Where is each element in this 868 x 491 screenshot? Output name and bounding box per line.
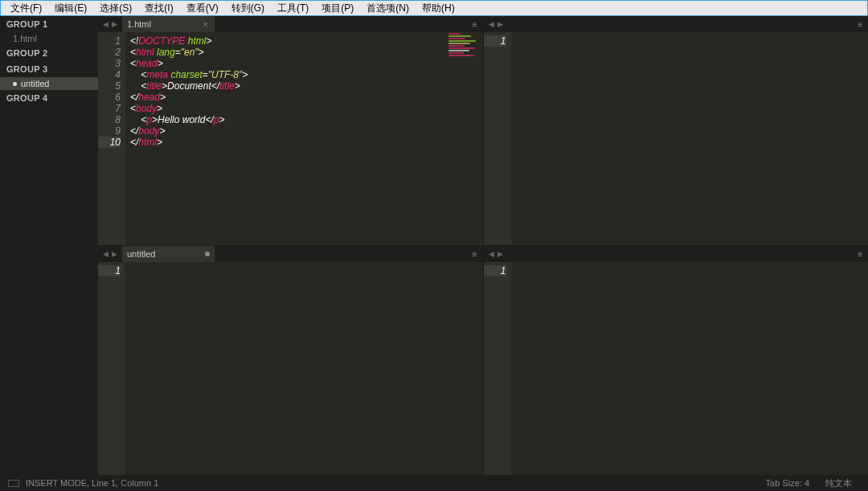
menu-item[interactable]: 编辑(E): [48, 1, 93, 16]
line-number: 6: [98, 92, 121, 103]
code-line: [130, 265, 483, 276]
pane-menu-icon[interactable]: ≡: [853, 20, 868, 29]
code-area[interactable]: [511, 32, 869, 245]
editor[interactable]: 12345678910<!DOCTYPE html><html lang="en…: [98, 32, 483, 245]
line-number: 1: [98, 35, 121, 47]
code-line: <title>Document</title>: [130, 80, 483, 92]
editor-pane: ◀▶1.html×≡12345678910<!DOCTYPE html><htm…: [98, 16, 483, 245]
editor[interactable]: 1: [484, 32, 869, 245]
menu-item[interactable]: 转到(G): [225, 1, 271, 16]
editor-pane: ◀▶≡1: [484, 246, 869, 475]
sidebar-group[interactable]: GROUP 4: [0, 90, 98, 106]
sidebar-group[interactable]: GROUP 3: [0, 61, 98, 77]
code-line: </head>: [130, 92, 483, 103]
gutter: 1: [484, 262, 511, 475]
tabbar: ◀▶≡: [484, 16, 869, 32]
sidebar-group[interactable]: GROUP 2: [0, 45, 98, 61]
tabbar: ◀▶1.html×≡: [98, 16, 483, 32]
line-number: 1: [484, 35, 506, 47]
sidebar: GROUP 11.htmlGROUP 2GROUP 3untitledGROUP…: [0, 16, 98, 475]
modified-dot-icon: [13, 82, 17, 86]
menu-item[interactable]: 首选项(N): [360, 1, 416, 16]
main: GROUP 11.htmlGROUP 2GROUP 3untitledGROUP…: [0, 16, 868, 475]
line-number: 4: [98, 69, 121, 80]
arrow-left-icon[interactable]: ◀: [101, 250, 110, 258]
sidebar-group[interactable]: GROUP 1: [0, 16, 98, 32]
line-number: 1: [484, 265, 506, 276]
code-line: <meta charset="UTF-8">: [130, 69, 483, 80]
menu-item[interactable]: 工具(T): [271, 1, 315, 16]
code-line: </html>: [130, 137, 483, 148]
menu-item[interactable]: 查看(V): [180, 1, 225, 16]
code-line: <html lang="en">: [130, 47, 483, 58]
code-line: [516, 35, 869, 47]
editor-grid: ◀▶1.html×≡12345678910<!DOCTYPE html><htm…: [98, 16, 868, 475]
status-syntax[interactable]: 纯文本: [817, 477, 860, 489]
line-number: 10: [98, 137, 121, 148]
code-line: <!DOCTYPE html>: [130, 35, 483, 47]
line-number: 3: [98, 58, 121, 69]
editor-pane: ◀▶untitled≡1: [98, 246, 483, 475]
tabbar: ◀▶untitled≡: [98, 246, 483, 262]
code-line: <p>Hello world</p>: [130, 114, 483, 125]
arrow-left-icon[interactable]: ◀: [487, 250, 496, 258]
code-line: [516, 265, 869, 276]
sidebar-file[interactable]: 1.html: [0, 32, 98, 45]
line-number: 5: [98, 80, 121, 92]
editor[interactable]: 1: [98, 262, 483, 475]
sidebar-file-label: 1.html: [13, 34, 37, 43]
sidebar-file-label: untitled: [21, 79, 49, 88]
status-tab-size[interactable]: Tab Size: 4: [758, 478, 817, 488]
arrow-right-icon[interactable]: ▶: [110, 250, 119, 258]
pane-menu-icon[interactable]: ≡: [468, 250, 483, 259]
gutter: 12345678910: [98, 32, 125, 245]
editor[interactable]: 1: [484, 262, 869, 475]
statusbar: INSERT MODE, Line 1, Column 1 Tab Size: …: [0, 475, 868, 491]
pane-menu-icon[interactable]: ≡: [853, 250, 868, 259]
tab-close-icon[interactable]: ×: [202, 19, 210, 29]
code-area[interactable]: [511, 262, 869, 475]
line-number: 1: [98, 265, 121, 276]
editor-pane: ◀▶≡1: [484, 16, 869, 245]
arrow-left-icon[interactable]: ◀: [487, 20, 496, 28]
menu-item[interactable]: 选择(S): [93, 1, 138, 16]
tab-label: untitled: [127, 249, 155, 259]
gutter: 1: [484, 32, 511, 245]
console-icon[interactable]: [8, 480, 19, 487]
tabbar: ◀▶≡: [484, 246, 869, 262]
menu-item[interactable]: 查找(I): [138, 1, 179, 16]
tab[interactable]: untitled: [122, 246, 215, 262]
line-number: 9: [98, 125, 121, 137]
sidebar-file[interactable]: untitled: [0, 77, 98, 90]
line-number: 2: [98, 47, 121, 58]
tab-label: 1.html: [127, 19, 151, 29]
tab-modified-icon: [205, 252, 210, 256]
code-line: <body>: [130, 103, 483, 114]
code-area[interactable]: <!DOCTYPE html><html lang="en"><head> <m…: [125, 32, 483, 245]
code-area[interactable]: [125, 262, 483, 475]
pane-menu-icon[interactable]: ≡: [468, 20, 483, 29]
code-line: <head>: [130, 58, 483, 69]
line-number: 7: [98, 103, 121, 114]
menubar: 文件(F)编辑(E)选择(S)查找(I)查看(V)转到(G)工具(T)项目(P)…: [0, 0, 868, 16]
menu-item[interactable]: 文件(F): [4, 1, 48, 16]
status-mode: INSERT MODE, Line 1, Column 1: [26, 478, 158, 488]
line-number: 8: [98, 114, 121, 125]
arrow-right-icon[interactable]: ▶: [110, 20, 119, 28]
arrow-right-icon[interactable]: ▶: [496, 20, 505, 28]
menu-item[interactable]: 帮助(H): [416, 1, 461, 16]
arrow-right-icon[interactable]: ▶: [496, 250, 505, 258]
menu-item[interactable]: 项目(P): [315, 1, 360, 16]
code-line: </body>: [130, 125, 483, 137]
tab[interactable]: 1.html×: [122, 16, 215, 32]
gutter: 1: [98, 262, 125, 475]
arrow-left-icon[interactable]: ◀: [101, 20, 110, 28]
